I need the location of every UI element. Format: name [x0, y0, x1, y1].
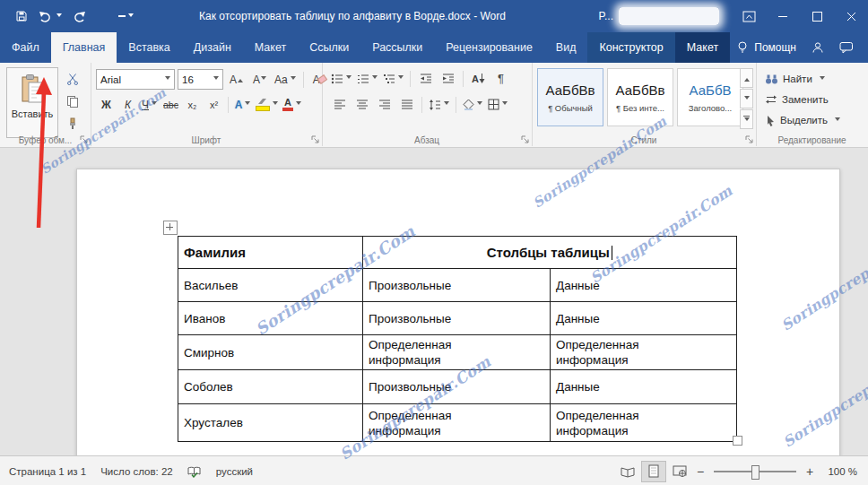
copy-icon[interactable]: [65, 93, 80, 109]
table-cell[interactable]: Соболев: [178, 370, 363, 404]
tab-file[interactable]: Файл: [0, 32, 51, 63]
table-cell[interactable]: Определенная информация: [363, 404, 551, 442]
font-family-select[interactable]: Arial: [96, 69, 175, 90]
table-cell[interactable]: Данные: [551, 269, 737, 302]
change-case-button[interactable]: Aa: [273, 70, 298, 89]
table-cell[interactable]: Произвольные: [363, 370, 551, 404]
justify-button[interactable]: [396, 95, 417, 114]
tab-table-design[interactable]: Конструктор: [587, 32, 674, 63]
undo-icon[interactable]: [39, 8, 62, 24]
multilevel-list-button[interactable]: [381, 69, 405, 88]
account-icon[interactable]: [811, 39, 825, 56]
bold-button[interactable]: Ж: [96, 95, 117, 114]
document-table[interactable]: Фамилия Столбцы таблицы Васильев Произво…: [178, 236, 737, 442]
increase-indent-button[interactable]: [438, 69, 458, 88]
subscript-button[interactable]: x₂: [182, 95, 203, 114]
table-cell[interactable]: Определенная информация: [551, 335, 737, 370]
shrink-font-button[interactable]: А: [249, 70, 270, 89]
table-cell[interactable]: Данные: [551, 370, 737, 404]
shading-button[interactable]: [461, 95, 484, 114]
underline-button[interactable]: Ч: [139, 95, 160, 114]
bullets-button[interactable]: [329, 69, 353, 88]
tab-mailings[interactable]: Рассылки: [360, 32, 434, 63]
table-cell[interactable]: Определенная информация: [551, 404, 737, 442]
font-dialog-launcher-icon[interactable]: [311, 135, 320, 144]
tab-view[interactable]: Вид: [544, 32, 588, 63]
table-cell[interactable]: Данные: [551, 302, 737, 335]
cut-icon[interactable]: [65, 71, 80, 87]
table-move-handle-icon[interactable]: [163, 221, 178, 235]
proofing-icon[interactable]: [187, 465, 202, 478]
superscript-button[interactable]: x²: [204, 95, 224, 114]
table-resize-handle-icon[interactable]: [733, 436, 742, 446]
style-heading1[interactable]: АаБбВ Заголово...: [677, 68, 743, 126]
tab-references[interactable]: Ссылки: [298, 32, 360, 63]
highlight-color-button[interactable]: [254, 95, 280, 114]
redo-icon[interactable]: [72, 8, 86, 24]
styles-scroll-up-icon[interactable]: [740, 68, 753, 88]
table-cell[interactable]: Определенная информация: [363, 335, 551, 370]
tab-design[interactable]: Дизайн: [182, 32, 243, 63]
save-icon[interactable]: [14, 8, 29, 24]
styles-scroll-down-icon[interactable]: [740, 89, 753, 108]
zoom-in-button[interactable]: +: [802, 464, 818, 479]
style-no-spacing[interactable]: АаБбВв ¶ Без инте...: [607, 68, 673, 126]
table-cell[interactable]: Фамилия: [178, 237, 363, 269]
minimize-button[interactable]: [766, 0, 800, 32]
styles-more-icon[interactable]: [740, 109, 753, 129]
print-layout-icon[interactable]: [641, 461, 666, 482]
zoom-slider[interactable]: [714, 471, 796, 472]
zoom-slider-thumb[interactable]: [751, 465, 760, 480]
tab-table-layout[interactable]: Макет: [675, 32, 730, 63]
show-marks-button[interactable]: ¶: [490, 69, 511, 88]
table-cell[interactable]: Смирнов: [178, 335, 363, 370]
font-color-button[interactable]: А: [281, 95, 303, 114]
close-button[interactable]: [834, 0, 868, 32]
italic-button[interactable]: К: [117, 95, 138, 114]
text-effects-button[interactable]: А: [232, 95, 253, 114]
customize-qat-icon[interactable]: [118, 8, 134, 24]
decrease-indent-button[interactable]: [415, 69, 436, 88]
borders-button[interactable]: [486, 95, 509, 114]
table-cell[interactable]: Произвольные: [363, 269, 551, 302]
tab-insert[interactable]: Вставка: [117, 32, 181, 63]
table-cell[interactable]: Васильев: [178, 269, 363, 302]
tab-review[interactable]: Рецензирование: [434, 32, 544, 63]
tab-layout[interactable]: Макет: [243, 32, 298, 63]
table-cell[interactable]: Произвольные: [363, 302, 551, 335]
document-page[interactable]: Фамилия Столбцы таблицы Васильев Произво…: [76, 169, 840, 455]
maximize-button[interactable]: [800, 0, 834, 32]
tell-me-button[interactable]: Помощн: [735, 39, 796, 56]
clipboard-dialog-launcher-icon[interactable]: [80, 135, 89, 144]
format-painter-icon[interactable]: [65, 116, 80, 132]
select-button[interactable]: Выделить: [765, 111, 840, 129]
replace-button[interactable]: Заменить: [765, 91, 829, 108]
strikethrough-button[interactable]: abc: [161, 95, 181, 114]
tab-home[interactable]: Главная: [51, 32, 117, 63]
document-area[interactable]: Фамилия Столбцы таблицы Васильев Произво…: [0, 147, 868, 455]
table-cell[interactable]: Иванов: [178, 302, 363, 335]
line-spacing-button[interactable]: [427, 95, 451, 114]
zoom-out-button[interactable]: −: [692, 464, 708, 479]
read-mode-icon[interactable]: [616, 462, 639, 481]
table-cell[interactable]: Хрусталев: [178, 404, 363, 442]
align-left-button[interactable]: [329, 95, 350, 114]
align-center-button[interactable]: [352, 95, 372, 114]
language-indicator[interactable]: русский: [216, 466, 253, 477]
find-button[interactable]: Найти: [765, 70, 825, 88]
font-size-select[interactable]: 16: [178, 69, 223, 90]
align-right-button[interactable]: [374, 95, 395, 114]
numbering-button[interactable]: [355, 69, 379, 88]
ribbon-display-options-icon[interactable]: [732, 0, 766, 32]
paste-button[interactable]: Вставить: [6, 67, 58, 138]
page-indicator[interactable]: Страница 1 из 1: [9, 466, 86, 477]
style-normal[interactable]: АаБбВв ¶ Обычный: [537, 68, 603, 126]
comments-icon[interactable]: [839, 39, 854, 56]
grow-font-button[interactable]: А: [226, 70, 247, 89]
paragraph-dialog-launcher-icon[interactable]: [521, 135, 530, 144]
web-layout-icon[interactable]: [668, 462, 691, 481]
zoom-level[interactable]: 100 %: [818, 466, 857, 477]
sort-button[interactable]: А: [468, 69, 489, 88]
table-cell[interactable]: Столбцы таблицы: [363, 237, 737, 269]
word-count[interactable]: Число слов: 22: [100, 466, 173, 477]
